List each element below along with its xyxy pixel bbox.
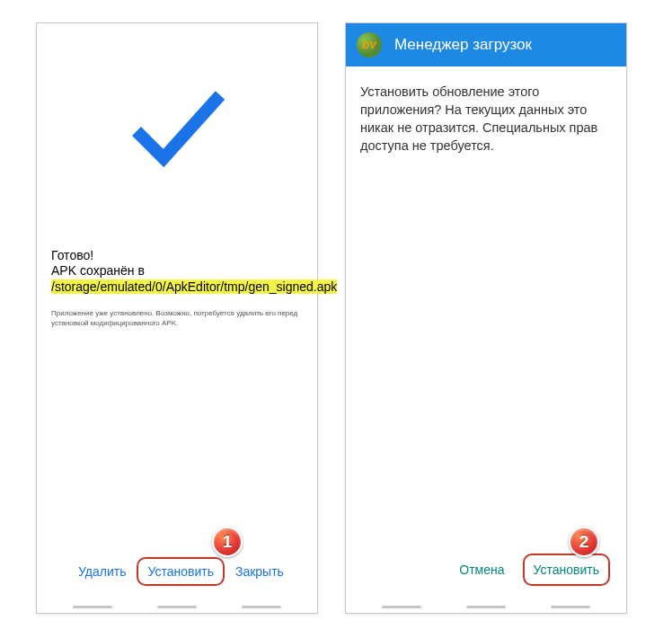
path-prefix: APK сохранён в (51, 263, 145, 278)
step-badge-2: 2 (569, 527, 599, 557)
content-area: Готово! APK сохранён в /storage/emulated… (37, 23, 317, 606)
installer-message: Установить обновление этого приложения? … (346, 66, 626, 554)
checkmark-icon (123, 82, 231, 172)
close-button[interactable]: Закрыть (225, 557, 295, 586)
install-button[interactable]: Установить (523, 554, 610, 586)
action-bar: Удалить Установить Закрыть (51, 557, 303, 606)
status-label: Готово! (51, 248, 303, 262)
installer-title: Менеджер загрузок (394, 36, 532, 54)
nav-pill (466, 606, 506, 608)
path-value: /storage/emulated/0/ApkEditor/tmp/gen_si… (51, 279, 337, 294)
apk-editor-screen: Готово! APK сохранён в /storage/emulated… (36, 22, 318, 614)
nav-pill (157, 606, 197, 608)
install-note: Приложение уже установлено. Возможно, по… (51, 309, 303, 328)
apk-path-text: APK сохранён в /storage/emulated/0/ApkEd… (51, 262, 303, 295)
success-indicator (51, 23, 303, 230)
nav-bar (346, 606, 626, 613)
nav-pill (551, 606, 590, 608)
step-badge-1: 1 (212, 527, 243, 557)
install-button[interactable]: Установить (137, 557, 224, 586)
delete-button[interactable]: Удалить (67, 557, 137, 586)
installer-actions: Отмена Установить (346, 554, 626, 606)
app-icon: DV (357, 32, 382, 58)
installer-screen: DV Менеджер загрузок Установить обновлен… (345, 22, 627, 614)
nav-pill (382, 606, 421, 608)
cancel-button[interactable]: Отмена (450, 555, 513, 584)
nav-pill (242, 606, 281, 608)
nav-bar (37, 606, 317, 613)
nav-pill (73, 606, 112, 608)
installer-header: DV Менеджер загрузок (346, 23, 626, 66)
